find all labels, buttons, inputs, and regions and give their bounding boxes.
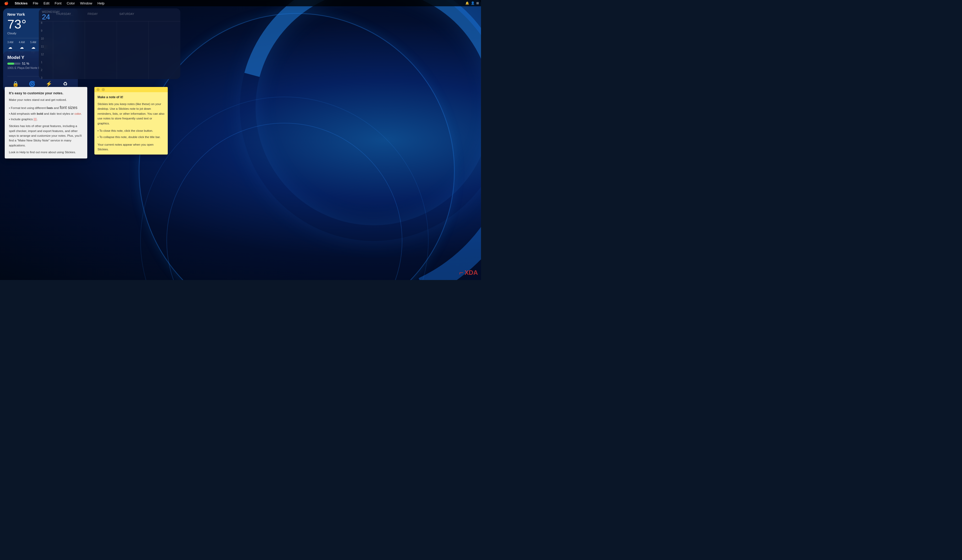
weather-condition: Cloudy [7, 32, 16, 35]
yellow-para1: Stickies lets you keep notes (like these… [97, 101, 165, 126]
notification-center-icon[interactable]: 🔔 [465, 1, 469, 5]
menu-window[interactable]: Window [78, 0, 94, 6]
sticky-white-heading: It's easy to customize your notes. [9, 91, 83, 96]
para-help: Look in Help to find out more about usin… [9, 150, 83, 154]
hour-icon-2: ☁ [19, 45, 24, 50]
menu-color[interactable]: Color [65, 0, 77, 6]
calendar-header: WEDNESDAY 24 THURSDAY FRIDAY SATURDAY [39, 8, 180, 21]
cal-friday-header: FRIDAY [85, 8, 117, 23]
para-1: Make your notes stand out and get notice… [9, 97, 83, 102]
fonts-serif: fonts [47, 106, 53, 109]
graphic-icon [34, 118, 37, 121]
battery-bar-fill [7, 63, 14, 65]
battery-percentage: 51 % [22, 62, 29, 66]
time-8: 8 [39, 21, 53, 29]
hour-label-1: 3 AM [7, 41, 13, 44]
color-text: color [74, 112, 81, 115]
menu-edit[interactable]: Edit [41, 0, 52, 6]
cal-col-thursday [85, 21, 117, 79]
glow-line2 [140, 97, 429, 280]
hour-icon-1: ☁ [8, 45, 12, 50]
app-menu-stickies[interactable]: Stickies [13, 0, 30, 6]
cal-date-number: 24 [42, 13, 50, 21]
sticky-yellow-heading: Make a note of it! [97, 95, 165, 100]
time-9: 9 [39, 29, 53, 37]
menu-file[interactable]: File [31, 0, 40, 6]
sticky-note-white: It's easy to customize your notes. Make … [5, 87, 87, 158]
cal-saturday-header: SATURDAY [117, 8, 148, 23]
yellow-para2: Your current notes appear when you open … [97, 142, 165, 152]
time-column: 8 9 10 11 12 1 2 3 4 [39, 21, 53, 79]
menu-bar-left: 🍎 Stickies File Edit Font Color Window H… [2, 0, 107, 6]
cal-date-cell: WEDNESDAY 24 [39, 8, 53, 23]
calendar-widget: WEDNESDAY 24 THURSDAY FRIDAY SATURDAY 8 … [39, 8, 180, 79]
xda-bracket-left: ⌐ [459, 269, 463, 277]
time-2pm: 2 [39, 69, 53, 76]
bullet-emphasis: • Add emphasis with bold and italic text… [9, 111, 83, 116]
cal-col-friday [117, 21, 148, 79]
menu-bar: 🍎 Stickies File Edit Font Color Window H… [0, 0, 481, 6]
xda-logo: ⌐ XDA [459, 269, 478, 277]
menu-help[interactable]: Help [95, 0, 107, 6]
hour-label-3: 5 AM [30, 41, 36, 44]
sticky-titlebar-buttons [97, 88, 105, 91]
cal-col-wednesday [53, 21, 85, 79]
yellow-bullet1: • To close this note, click the close bu… [97, 128, 165, 133]
bold-text: bold [37, 112, 43, 115]
glow-line [166, 123, 402, 280]
hour-icon-3: ☁ [31, 45, 36, 50]
font-sizes: font sizes [60, 105, 77, 110]
sticky-yellow-content: Make a note of it! Stickies lets you kee… [94, 92, 168, 154]
cal-filler [148, 8, 180, 23]
sticky-note-yellow: Make a note of it! Stickies lets you kee… [94, 87, 168, 154]
cal-col-saturday [148, 21, 180, 79]
time-11: 11 [39, 45, 53, 53]
italic-text: italic [50, 112, 56, 115]
menu-font[interactable]: Font [53, 0, 64, 6]
sticky-yellow-body: Stickies lets you keep notes (like these… [97, 101, 165, 152]
calendar-body: 8 9 10 11 12 1 2 3 4 [39, 21, 180, 79]
weather-city: New York [7, 12, 25, 16]
para-features: Stickies has lots of other great feature… [9, 124, 83, 148]
bullet-format: • Format text using different fonts and … [9, 104, 83, 111]
bullet-graphics: • Include graphics . [9, 117, 83, 122]
sticky-resize-button[interactable] [102, 88, 105, 91]
battery-bar-background [7, 63, 21, 65]
cal-thursday-header: THURSDAY [53, 8, 85, 23]
menu-bar-right: 🔔 👤 ⊞ [465, 1, 479, 5]
time-12: 12 [39, 53, 53, 61]
sticky-yellow-titlebar[interactable] [94, 87, 168, 92]
hour-label-2: 4 AM [19, 41, 25, 44]
time-3pm: 3 [39, 76, 53, 79]
control-center-icon[interactable]: ⊞ [476, 1, 479, 5]
user-icon[interactable]: 👤 [471, 1, 475, 5]
yellow-bullet2: • To collapse this note, double click th… [97, 135, 165, 139]
cal-friday-label: FRIDAY [87, 10, 98, 16]
sticky-white-body: Make your notes stand out and get notice… [9, 97, 83, 155]
cal-saturday-label: SATURDAY [119, 10, 134, 16]
xda-text: XDA [465, 269, 478, 276]
sticky-close-button[interactable] [97, 88, 100, 91]
apple-menu[interactable]: 🍎 [2, 0, 10, 6]
time-10: 10 [39, 37, 53, 45]
time-1pm: 1 [39, 61, 53, 69]
cal-thursday-label: THURSDAY [56, 10, 71, 16]
